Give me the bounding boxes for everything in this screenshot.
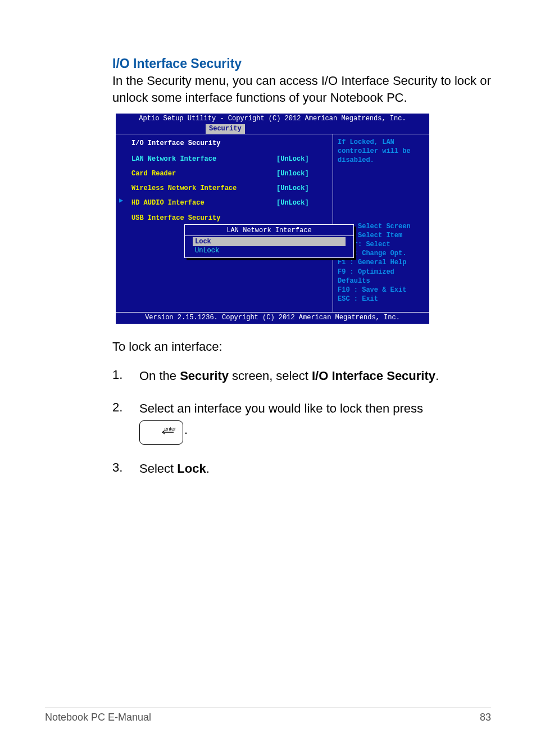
tab-security[interactable]: Security — [206, 124, 245, 134]
triangle-right-icon: ▶ — [119, 196, 123, 205]
bios-item-card-reader[interactable]: Card Reader [Unlock] — [131, 169, 327, 178]
bios-popup: LAN Network Interface Lock UnLock — [184, 224, 354, 259]
svg-text:enter: enter — [164, 426, 176, 432]
bios-right-pane: If Locked, LAN controller will be disabl… — [333, 134, 429, 312]
bios-left-pane: I/O Interface Security LAN Network Inter… — [116, 134, 333, 312]
bios-item-label: HD AUDIO Interface — [131, 198, 276, 207]
bios-item-value: [UnLock] — [276, 198, 327, 207]
bios-item-value — [276, 214, 327, 223]
step-3: 3. Select Lock. — [112, 460, 491, 477]
bios-item-hdaudio[interactable]: HD AUDIO Interface [UnLock] — [131, 198, 327, 207]
page-number: 83 — [480, 712, 491, 723]
section-heading: I/O Interface Security — [112, 56, 491, 71]
bios-key-row: F1 : General Help — [338, 258, 425, 267]
bios-header: Aptio Setup Utility - Copyright (C) 2012… — [116, 114, 429, 124]
bios-item-label: LAN Network Interface — [131, 155, 276, 164]
step-number: 2. — [112, 400, 139, 415]
bios-popup-option-unlock[interactable]: UnLock — [185, 246, 353, 255]
step-bold: Security — [180, 369, 229, 383]
bios-tab-row: Security — [116, 124, 429, 134]
bios-item-usb[interactable]: USB Interface Security — [131, 214, 327, 223]
bios-screenshot: Aptio Setup Utility - Copyright (C) 2012… — [116, 114, 429, 323]
step-bold: I/O Interface Security — [312, 369, 435, 383]
step-text: . — [206, 461, 210, 476]
bios-item-value: [UnLock] — [276, 155, 327, 164]
bios-popup-option-lock[interactable]: Lock — [193, 237, 346, 246]
step-number: 1. — [112, 368, 139, 382]
bios-popup-title: LAN Network Interface — [185, 225, 353, 236]
step-number: 3. — [112, 460, 139, 475]
step-text: Select an interface you would like to lo… — [139, 401, 423, 415]
bios-footer: Version 2.15.1236. Copyright (C) 2012 Am… — [116, 313, 429, 324]
step-text: . — [435, 369, 439, 383]
footer-title: Notebook PC E-Manual — [45, 712, 151, 723]
bios-item-label: USB Interface Security — [131, 214, 276, 223]
bios-item-label: Wireless Network Interface — [131, 184, 276, 193]
bios-item-wireless[interactable]: Wireless Network Interface [UnLock] — [131, 184, 327, 193]
bios-item-value: [Unlock] — [276, 169, 327, 178]
bios-help-text: If Locked, LAN controller will be disabl… — [338, 138, 425, 222]
step-1: 1. On the Security screen, select I/O In… — [112, 368, 491, 384]
enter-key-icon: enter — [139, 420, 183, 444]
intro-text: In the Security menu, you can access I/O… — [112, 73, 491, 106]
step-2: 2. Select an interface you would like to… — [112, 400, 491, 445]
bios-key-row: F9 : Optimized Defaults — [338, 268, 425, 286]
step-text: On the — [139, 369, 180, 383]
step-text: . — [184, 423, 188, 437]
bios-key-row: ESC : Exit — [338, 295, 425, 304]
steps-list: 1. On the Security screen, select I/O In… — [112, 368, 491, 477]
bios-key-row: F10 : Save & Exit — [338, 286, 425, 295]
step-text: screen, select — [229, 369, 312, 383]
bios-item-value: [UnLock] — [276, 184, 327, 193]
bios-item-lan[interactable]: LAN Network Interface [UnLock] — [131, 155, 327, 164]
page-footer: Notebook PC E-Manual 83 — [45, 708, 491, 723]
lock-intro: To lock an interface: — [112, 339, 491, 354]
step-text: Select — [139, 461, 177, 476]
bios-item-label: Card Reader — [131, 169, 276, 178]
bios-section-title: I/O Interface Security — [131, 139, 327, 148]
step-bold: Lock — [177, 461, 206, 476]
